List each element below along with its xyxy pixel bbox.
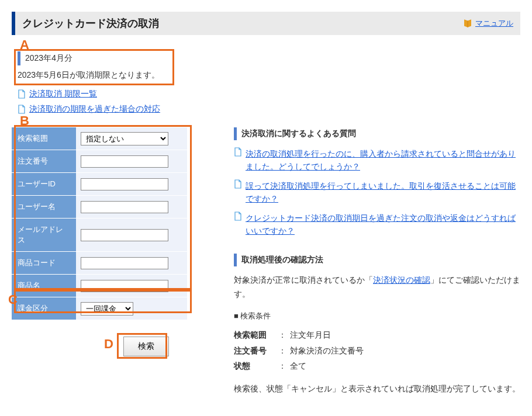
annotation-d: D bbox=[104, 337, 113, 352]
faq-link-3[interactable]: クレジットカード決済の取消期日を過ぎた注文の取消や返金はどうすればいいですか？ bbox=[246, 212, 520, 238]
input-product-code[interactable] bbox=[81, 257, 168, 269]
cond-label-status: 状態 bbox=[234, 358, 276, 374]
deadline-text: 2023年5月6日が取消期限となります。 bbox=[18, 70, 520, 81]
input-user-name[interactable] bbox=[81, 201, 168, 213]
confirm-text: 対象決済が正常に取消されているか「決済状況の確認」にてご確認いただけます。 bbox=[234, 273, 520, 301]
faq-list: 決済の取消処理を行ったのに、購入者から請求されていると問合せがありました。どうし… bbox=[234, 147, 520, 237]
document-icon bbox=[234, 147, 242, 157]
row-order-number: 注文番号 bbox=[12, 150, 187, 173]
label-product-code: 商品コード bbox=[12, 252, 76, 275]
document-icon bbox=[18, 89, 26, 99]
search-form-table: 検索範囲 指定しない 注文番号 ユーザーID ユーザー名 メールアドレス 商品コ… bbox=[12, 127, 187, 320]
doc-link-deadline-list[interactable]: 決済取消 期限一覧 bbox=[29, 89, 97, 99]
label-email: メールアドレス bbox=[12, 219, 76, 252]
manual-link[interactable]: マニュアル bbox=[462, 18, 513, 29]
row-user-name: ユーザー名 bbox=[12, 196, 187, 219]
payment-status-link[interactable]: 決済状況の確認 bbox=[373, 275, 430, 285]
document-icon bbox=[18, 105, 26, 114]
row-product-code: 商品コード bbox=[12, 252, 187, 275]
cond-label-order: 注文番号 bbox=[234, 343, 276, 359]
confirm-text-pre: 対象決済が正常に取消されているか「 bbox=[234, 275, 373, 285]
row-product-name: 商品名 bbox=[12, 275, 187, 297]
row-user-id: ユーザーID bbox=[12, 173, 187, 196]
input-order-number[interactable] bbox=[81, 155, 168, 168]
conditions-table: 検索範囲 ： 注文年月日 注文番号 ： 対象決済の注文番号 状態 ： 全て bbox=[234, 327, 520, 374]
search-button-label: 検索 bbox=[138, 341, 154, 351]
faq-link-1[interactable]: 決済の取消処理を行ったのに、購入者から請求されていると問合せがありました。どうし… bbox=[246, 147, 520, 174]
annotation-b: B bbox=[20, 113, 29, 129]
row-email: メールアドレス bbox=[12, 219, 187, 252]
label-user-id: ユーザーID bbox=[12, 173, 76, 196]
annotation-c: C bbox=[8, 292, 18, 307]
input-user-id[interactable] bbox=[81, 178, 168, 190]
cond-value-status: 全て bbox=[290, 361, 306, 370]
confirm-heading: 取消処理後の確認方法 bbox=[234, 254, 520, 266]
annotation-a: A bbox=[20, 37, 29, 53]
manual-link-label: マニュアル bbox=[475, 18, 513, 29]
document-icon bbox=[234, 212, 242, 221]
faq-heading: 決済取消に関するよくある質問 bbox=[234, 127, 520, 140]
faq-link-2[interactable]: 誤って決済取消処理を行ってしまいました。取引を復活させることは可能ですか？ bbox=[246, 179, 520, 206]
book-icon bbox=[462, 18, 473, 29]
input-product-name[interactable] bbox=[81, 280, 168, 292]
doc-links: 決済取消 期限一覧 決済取消の期限を過ぎた場合の対応 bbox=[18, 89, 520, 115]
label-order-number: 注文番号 bbox=[12, 150, 76, 173]
label-user-name: ユーザー名 bbox=[12, 196, 76, 219]
label-search-range: 検索範囲 bbox=[12, 127, 76, 150]
row-billing-type: 課金区分 一回課金 bbox=[12, 297, 187, 320]
input-email[interactable] bbox=[81, 229, 168, 241]
cond-label-range: 検索範囲 bbox=[234, 327, 276, 343]
label-billing-type: 課金区分 bbox=[12, 297, 76, 320]
doc-link-past-deadline[interactable]: 決済取消の期限を過ぎた場合の対応 bbox=[29, 104, 160, 115]
cond-value-order: 対象決済の注文番号 bbox=[290, 346, 364, 355]
select-billing-type[interactable]: 一回課金 bbox=[81, 302, 133, 316]
search-button[interactable]: 検索 bbox=[123, 337, 169, 356]
period-heading: 2023年4月分 bbox=[18, 51, 520, 65]
cond-value-range: 注文年月日 bbox=[290, 330, 331, 339]
page-header: クレジットカード決済の取消 マニュアル bbox=[12, 12, 520, 35]
page-title: クレジットカード決済の取消 bbox=[22, 16, 159, 30]
document-icon bbox=[234, 179, 242, 189]
confirm-note: 検索後、状態「キャンセル」と表示されていれば取消処理が完了しています。 bbox=[234, 382, 520, 396]
conditions-title: 検索条件 bbox=[234, 311, 520, 321]
label-product-name: 商品名 bbox=[12, 275, 76, 297]
select-search-range[interactable]: 指定しない bbox=[81, 132, 168, 145]
row-search-range: 検索範囲 指定しない bbox=[12, 127, 187, 150]
